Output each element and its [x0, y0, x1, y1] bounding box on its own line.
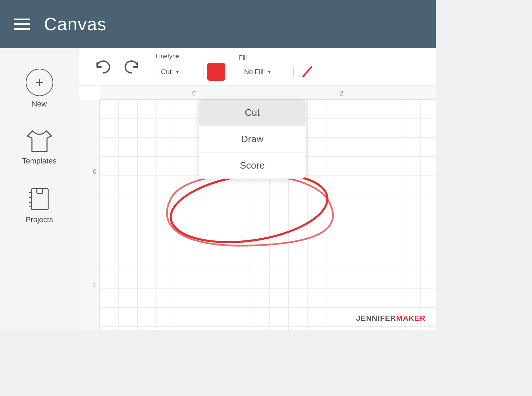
- linetype-dropdown-menu: Cut Draw Score: [199, 100, 305, 179]
- fill-section: Fill No Fill ▼: [239, 54, 314, 79]
- content-area: Linetype Cut ▼ Fill No Fill ▼: [79, 48, 436, 330]
- page-title: Canvas: [44, 14, 106, 34]
- fill-row: No Fill ▼: [239, 64, 314, 79]
- sidebar-templates-label: Templates: [22, 157, 56, 166]
- linetype-section: Linetype Cut ▼: [156, 53, 225, 81]
- linetype-dropdown[interactable]: Cut ▼: [156, 65, 204, 79]
- sidebar-new-label: New: [32, 100, 47, 109]
- watermark-jennifer: JENNIFER: [356, 314, 396, 323]
- redo-button[interactable]: [121, 58, 142, 76]
- linetype-label: Linetype: [156, 53, 225, 60]
- sidebar: + New Templates Projects: [0, 48, 79, 330]
- ruler-mark-v1: 1: [93, 282, 96, 289]
- fill-label: Fill: [239, 54, 314, 61]
- sidebar-item-new[interactable]: + New: [0, 58, 79, 119]
- ruler-left: 0 1: [79, 100, 100, 330]
- sidebar-projects-label: Projects: [26, 215, 53, 224]
- fill-dropdown[interactable]: No Fill ▼: [239, 65, 294, 79]
- menu-icon[interactable]: [14, 19, 30, 30]
- watermark-maker: MAKER: [396, 314, 426, 323]
- canvas-area[interactable]: 0 2 3 0 1 Cut Draw Score: [79, 86, 436, 330]
- svg-rect-0: [31, 189, 48, 210]
- watermark: JENNIFERMAKER: [356, 314, 426, 323]
- ruler-mark-2: 2: [340, 90, 343, 97]
- linetype-row: Cut ▼: [156, 63, 225, 81]
- new-plus-icon: +: [26, 69, 53, 96]
- linetype-current: Cut: [161, 68, 172, 76]
- sidebar-item-templates[interactable]: Templates: [0, 119, 79, 176]
- ruler-mark-v0: 0: [93, 168, 96, 176]
- tshirt-icon: [26, 129, 53, 153]
- main-layout: + New Templates Projects: [0, 48, 436, 330]
- app-header: Canvas: [0, 0, 436, 48]
- sidebar-item-projects[interactable]: Projects: [0, 176, 79, 235]
- toolbar: Linetype Cut ▼ Fill No Fill ▼: [79, 48, 436, 86]
- svg-line-6: [303, 67, 312, 76]
- undo-redo-group: [93, 58, 142, 76]
- fill-pencil-icon[interactable]: [301, 64, 314, 79]
- dropdown-item-draw[interactable]: Draw: [199, 126, 305, 152]
- dropdown-item-score[interactable]: Score: [199, 152, 305, 179]
- linetype-arrow-icon: ▼: [175, 69, 180, 75]
- fill-current: No Fill: [244, 68, 264, 76]
- notebook-icon: [26, 186, 53, 212]
- color-swatch[interactable]: [207, 63, 225, 81]
- dropdown-item-cut[interactable]: Cut: [199, 100, 305, 126]
- ruler-top: 0 2 3: [100, 86, 436, 100]
- svg-rect-5: [37, 189, 43, 193]
- fill-arrow-icon: ▼: [267, 69, 272, 75]
- undo-button[interactable]: [93, 58, 114, 76]
- ruler-mark-0: 0: [192, 90, 196, 97]
